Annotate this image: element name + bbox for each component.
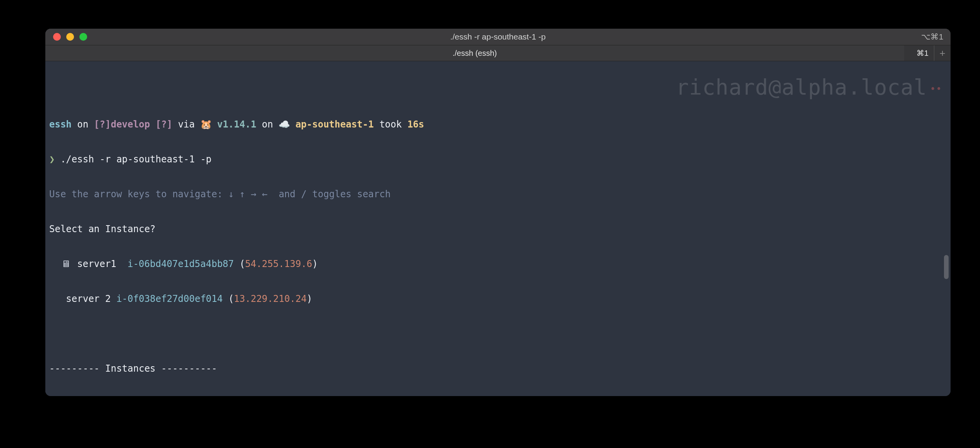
zoom-icon[interactable]	[79, 33, 87, 41]
plus-icon: +	[939, 47, 945, 59]
instance-row-1[interactable]: 🖥 server1 i-06bd407e1d5a4bb87 (54.255.13…	[49, 258, 947, 270]
tab-shortcut: ⌘1	[916, 48, 934, 58]
go-version: v1.14.1	[217, 119, 256, 130]
window-shortcut: ⌥⌘1	[921, 32, 951, 41]
instance-name: server1	[77, 258, 116, 269]
select-question: Select an Instance?	[49, 223, 947, 235]
instance-name: server 2	[66, 293, 111, 304]
prompt-symbol: ❯	[49, 154, 55, 165]
scrollbar-thumb[interactable]	[944, 255, 949, 279]
tab-title: ./essh (essh)	[452, 49, 497, 58]
instances-divider: --------- Instances ----------	[49, 363, 947, 374]
prompt-line-2: ❯ ./essh -r ap-southeast-1 -p	[49, 153, 947, 165]
scrollbar[interactable]	[943, 61, 949, 396]
terminal-window: ./essh -r ap-southeast-1 -p ⌥⌘1 ./essh (…	[45, 29, 951, 396]
monitor-icon: 🖥	[60, 258, 72, 270]
instance-id: i-0f038ef27d00ef014	[116, 293, 223, 304]
hamster-icon: 🐹	[200, 119, 211, 130]
duration: 16s	[407, 119, 424, 130]
terminal-body[interactable]: richard@alpha.local•• essh on [?]develop…	[45, 61, 951, 396]
aws-region: ap-southeast-1	[296, 119, 374, 130]
instance-row-2[interactable]: server 2 i-0f038ef27d00ef014 (13.229.210…	[49, 293, 947, 305]
window-title: ./essh -r ap-southeast-1 -p	[45, 32, 951, 41]
blank-line	[49, 328, 947, 339]
watermark: richard@alpha.local••	[676, 81, 939, 97]
cloud-icon: ☁️	[279, 119, 290, 130]
tab-essh[interactable]: ./essh (essh)	[45, 45, 904, 61]
nav-hint: Use the arrow keys to navigate: ↓ ↑ → ← …	[49, 188, 947, 200]
tab-right-controls: ⌘1 +	[904, 45, 951, 61]
close-icon[interactable]	[53, 33, 61, 41]
instance-ip: 54.255.139.6	[245, 258, 312, 269]
new-tab-button[interactable]: +	[934, 45, 951, 61]
git-branch: develop	[111, 119, 150, 130]
traffic-lights	[45, 33, 87, 41]
instance-id: i-06bd407e1d5a4bb87	[127, 258, 234, 269]
tabbar: ./essh (essh) ⌘1 +	[45, 45, 951, 61]
command: ./essh -r ap-southeast-1 -p	[60, 154, 211, 165]
project-name: essh	[49, 119, 72, 130]
prompt-line-1: essh on [?]develop [?] via 🐹 v1.14.1 on …	[49, 119, 947, 130]
minimize-icon[interactable]	[66, 33, 74, 41]
instance-ip: 13.229.210.24	[234, 293, 307, 304]
titlebar: ./essh -r ap-southeast-1 -p ⌥⌘1	[45, 29, 951, 45]
